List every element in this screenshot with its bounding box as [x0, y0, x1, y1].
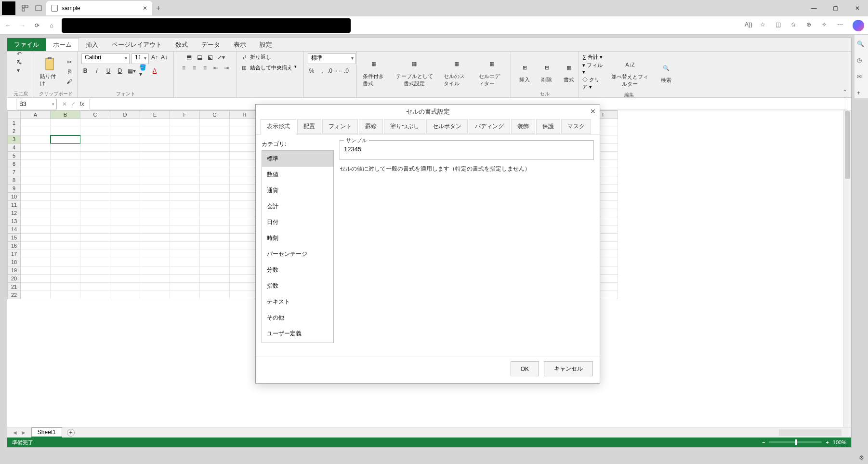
cell[interactable]	[80, 275, 110, 283]
category-item[interactable]: ユーザー定義	[262, 326, 333, 342]
cell[interactable]	[51, 176, 80, 185]
collapse-ribbon-icon[interactable]: ⌃	[842, 89, 847, 95]
clear-button[interactable]: ◇ クリア ▾	[582, 76, 604, 91]
cell[interactable]	[21, 225, 51, 234]
number-format-select[interactable]: 標準	[308, 53, 356, 64]
cell[interactable]	[140, 127, 170, 135]
row-header[interactable]: 12	[7, 209, 21, 217]
outlook-side-icon[interactable]: ✉	[857, 73, 866, 82]
align-middle-icon[interactable]: ⬓	[196, 53, 204, 61]
align-right-icon[interactable]: ≡	[201, 64, 209, 72]
cell[interactable]	[200, 275, 230, 283]
cell[interactable]	[80, 193, 110, 201]
cell[interactable]	[200, 176, 230, 185]
cell[interactable]	[21, 266, 51, 275]
cell[interactable]	[170, 185, 200, 193]
dialog-tab[interactable]: 装飾	[511, 119, 535, 134]
cell[interactable]	[170, 266, 200, 275]
cell[interactable]	[200, 119, 230, 127]
name-box[interactable]: B3	[16, 99, 57, 109]
back-button[interactable]: ←	[4, 21, 13, 30]
add-side-icon[interactable]: +	[857, 90, 866, 98]
cell-style-button[interactable]: ▦セルのスタイル	[442, 55, 472, 88]
row-header[interactable]: 22	[7, 291, 21, 299]
row-header[interactable]: 13	[7, 217, 21, 225]
cell[interactable]	[21, 283, 51, 291]
col-header[interactable]: A	[21, 110, 51, 119]
category-item[interactable]: 標準	[262, 151, 333, 167]
add-sheet-button[interactable]: +	[67, 429, 75, 437]
ok-button[interactable]: OK	[511, 361, 539, 376]
cell[interactable]	[110, 209, 140, 217]
cell[interactable]	[170, 176, 200, 185]
cell[interactable]	[140, 291, 170, 299]
cell[interactable]	[170, 127, 200, 135]
cell[interactable]	[200, 234, 230, 242]
cell[interactable]	[200, 250, 230, 258]
favorites-bar-icon[interactable]: ✩	[791, 21, 800, 30]
cell[interactable]	[21, 217, 51, 225]
cell[interactable]	[21, 185, 51, 193]
cell[interactable]	[170, 152, 200, 160]
cell[interactable]	[170, 225, 200, 234]
dialog-close-button[interactable]: ✕	[590, 107, 596, 115]
cell[interactable]	[51, 185, 80, 193]
increase-decimal-icon[interactable]: .0→	[329, 67, 337, 75]
cell[interactable]	[80, 217, 110, 225]
cell[interactable]	[140, 275, 170, 283]
indent-dec-icon[interactable]: ⇤	[212, 64, 220, 72]
cell[interactable]	[80, 201, 110, 209]
cell[interactable]	[110, 193, 140, 201]
cell[interactable]	[51, 193, 80, 201]
cell[interactable]	[200, 160, 230, 168]
copilot-icon[interactable]	[853, 20, 864, 31]
dialog-tab[interactable]: 配置	[297, 119, 321, 134]
cell[interactable]	[21, 152, 51, 160]
cancel-button[interactable]: キャンセル	[544, 361, 593, 376]
copilot-side-icon[interactable]: ◷	[857, 57, 866, 66]
cell[interactable]	[140, 266, 170, 275]
cell[interactable]	[200, 168, 230, 176]
cell[interactable]	[110, 152, 140, 160]
cell[interactable]	[140, 119, 170, 127]
cell[interactable]	[170, 144, 200, 152]
orientation-icon[interactable]: ⤢▾	[217, 53, 225, 61]
cell[interactable]	[80, 234, 110, 242]
border-icon[interactable]: ▦▾	[128, 67, 135, 75]
collections-icon[interactable]: ⊕	[806, 21, 815, 30]
cell[interactable]	[51, 127, 80, 135]
cell[interactable]	[21, 193, 51, 201]
cell[interactable]	[110, 275, 140, 283]
cell[interactable]	[200, 127, 230, 135]
dialog-tab[interactable]: マスク	[561, 119, 591, 134]
cell[interactable]	[51, 258, 80, 266]
category-item[interactable]: 時刻	[262, 230, 333, 246]
cell[interactable]	[140, 217, 170, 225]
cell[interactable]	[51, 242, 80, 250]
underline-icon[interactable]: U	[105, 67, 112, 75]
cell[interactable]	[170, 217, 200, 225]
cell[interactable]	[80, 242, 110, 250]
cell[interactable]	[200, 283, 230, 291]
cell[interactable]	[80, 127, 110, 135]
indent-inc-icon[interactable]: ⇥	[223, 64, 230, 72]
cell[interactable]	[140, 201, 170, 209]
cell[interactable]	[80, 176, 110, 185]
search-side-icon[interactable]: 🔍	[857, 40, 866, 49]
cell[interactable]	[110, 160, 140, 168]
cell[interactable]	[51, 135, 80, 144]
extensions-icon[interactable]: ✧	[822, 21, 830, 30]
cell[interactable]	[200, 225, 230, 234]
cell[interactable]	[110, 250, 140, 258]
cell[interactable]	[140, 283, 170, 291]
cell[interactable]	[140, 242, 170, 250]
cell[interactable]	[80, 152, 110, 160]
cell[interactable]	[110, 266, 140, 275]
ribbon-tab-formula[interactable]: 数式	[169, 38, 195, 51]
cell[interactable]	[140, 234, 170, 242]
ribbon-tab-view[interactable]: 表示	[227, 38, 253, 51]
cell[interactable]	[80, 119, 110, 127]
cell[interactable]	[140, 250, 170, 258]
decrease-font-icon[interactable]: A↓	[160, 53, 168, 61]
cell[interactable]	[110, 119, 140, 127]
